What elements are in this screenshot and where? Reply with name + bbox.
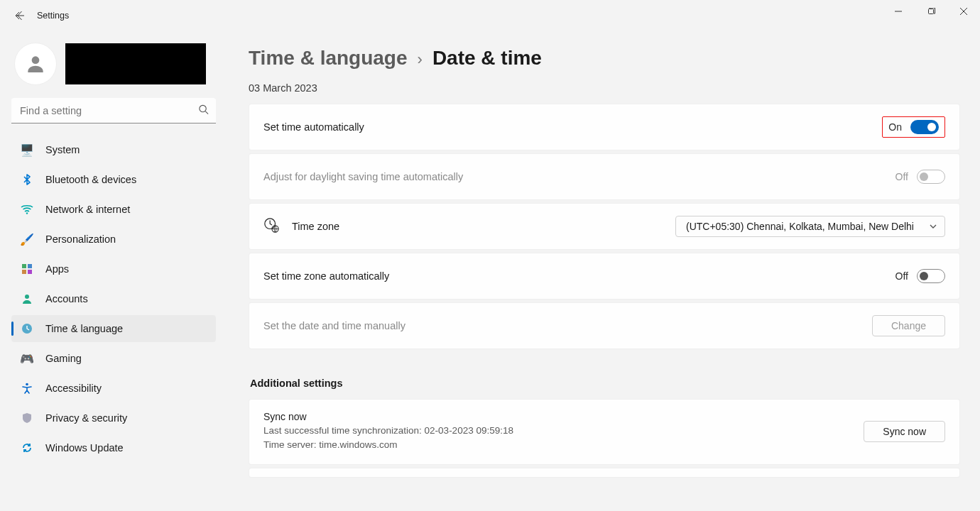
current-date: 03 March 2023 [249,82,960,94]
sync-last: Last successful time synchronization: 02… [263,424,513,438]
apps-icon [20,262,34,276]
svg-rect-0 [928,9,933,13]
back-button[interactable] [10,6,30,26]
brush-icon: 🖌️ [20,232,34,246]
sidebar-item-label: Windows Update [45,442,124,454]
bluetooth-icon [20,172,34,187]
toggle-auto-time-highlight: On [882,116,945,138]
close-button[interactable] [947,0,980,23]
row-label: Set time zone automatically [263,270,389,282]
sync-title: Sync now [263,411,513,422]
sidebar-item-network[interactable]: Network & internet [11,196,216,223]
sidebar-item-label: System [45,144,80,155]
system-icon: 🖥️ [20,143,34,157]
section-additional-heading: Additional settings [250,378,960,389]
sidebar-item-label: Network & internet [45,204,130,215]
toggle-dst [917,170,945,184]
accessibility-icon [20,381,34,395]
svg-point-1 [32,56,40,64]
sync-now-button[interactable]: Sync now [864,421,945,442]
window-controls [882,0,980,23]
row-set-time-automatically: Set time automatically On [249,104,960,150]
svg-point-2 [200,105,206,111]
search-icon [198,104,209,118]
sidebar-item-apps[interactable]: Apps [11,256,216,282]
timezone-icon [263,217,279,236]
svg-rect-4 [22,264,26,268]
shield-icon [20,411,34,425]
sidebar: 🖥️System Bluetooth & devices Network & i… [0,31,227,511]
row-label: Adjust for daylight saving time automati… [263,171,463,182]
search-input[interactable] [11,98,216,123]
sidebar-item-label: Accessibility [45,383,102,394]
avatar [14,43,57,85]
sidebar-item-personalization[interactable]: 🖌️Personalization [11,226,216,253]
svg-rect-6 [22,270,26,274]
breadcrumb: Time & language › Date & time [249,47,960,70]
svg-point-3 [26,212,28,214]
timezone-value: (UTC+05:30) Chennai, Kolkata, Mumbai, Ne… [686,221,914,232]
toggle-dst-wrap: Off [895,170,945,184]
main-content: Time & language › Date & time 03 March 2… [227,31,980,511]
toggle-state-label: Off [895,270,908,282]
row-timezone: Time zone (UTC+05:30) Chennai, Kolkata, … [249,203,960,250]
profile-name-redacted [65,43,206,84]
sidebar-item-label: Personalization [45,233,116,245]
accounts-icon [20,292,34,306]
sidebar-item-label: Apps [45,263,69,275]
svg-point-8 [25,295,29,299]
toggle-auto-timezone[interactable] [917,269,945,283]
sidebar-item-label: Privacy & security [45,412,127,424]
sync-server: Time server: time.windows.com [263,438,513,452]
chevron-down-icon [929,222,937,231]
row-auto-timezone: Set time zone automatically Off [249,253,960,300]
svg-rect-5 [28,264,32,268]
row-label: Set the date and time manually [263,320,405,331]
avatar-icon [24,53,47,75]
sidebar-item-time-language[interactable]: Time & language [11,315,216,342]
wifi-icon [20,202,34,216]
row-manual-time: Set the date and time manually Change [249,302,960,349]
toggle-auto-time[interactable] [910,120,939,134]
sidebar-item-gaming[interactable]: 🎮Gaming [11,345,216,372]
sidebar-item-privacy[interactable]: Privacy & security [11,405,216,432]
change-button: Change [872,315,945,336]
row-label: Time zone [292,221,339,232]
update-icon [20,441,34,455]
profile-block[interactable] [11,43,216,85]
row-sync-now: Sync now Last successful time synchroniz… [249,399,960,465]
sidebar-nav: 🖥️System Bluetooth & devices Network & i… [11,136,216,461]
sidebar-item-bluetooth[interactable]: Bluetooth & devices [11,166,216,193]
row-truncated [249,468,960,478]
toggle-auto-tz-wrap: Off [895,269,945,283]
maximize-icon [927,8,935,16]
gaming-icon: 🎮 [20,351,34,366]
timezone-select[interactable]: (UTC+05:30) Chennai, Kolkata, Mumbai, Ne… [675,216,945,237]
window-title: Settings [37,11,69,21]
chevron-right-icon: › [418,50,423,69]
sidebar-item-system[interactable]: 🖥️System [11,136,216,163]
row-dst: Adjust for daylight saving time automati… [249,153,960,200]
sidebar-item-label: Time & language [45,323,123,334]
minimize-button[interactable] [882,0,915,23]
sidebar-item-windows-update[interactable]: Windows Update [11,434,216,461]
maximize-button[interactable] [915,0,947,23]
arrow-left-icon [14,10,26,21]
sidebar-item-accessibility[interactable]: Accessibility [11,375,216,402]
svg-point-10 [26,383,28,386]
toggle-state-label: On [888,121,902,133]
sidebar-item-label: Accounts [45,293,88,304]
minimize-icon [895,8,902,15]
row-label: Set time automatically [263,121,364,133]
sidebar-item-label: Gaming [45,353,82,364]
close-icon [960,8,967,15]
search-box[interactable] [11,98,216,123]
toggle-state-label: Off [895,171,908,182]
titlebar: Settings [0,0,980,31]
svg-rect-7 [28,270,32,274]
sidebar-item-label: Bluetooth & devices [45,174,136,185]
sidebar-item-accounts[interactable]: Accounts [11,285,216,312]
breadcrumb-parent[interactable]: Time & language [249,47,408,70]
clock-icon [20,322,34,336]
breadcrumb-current: Date & time [432,47,542,70]
